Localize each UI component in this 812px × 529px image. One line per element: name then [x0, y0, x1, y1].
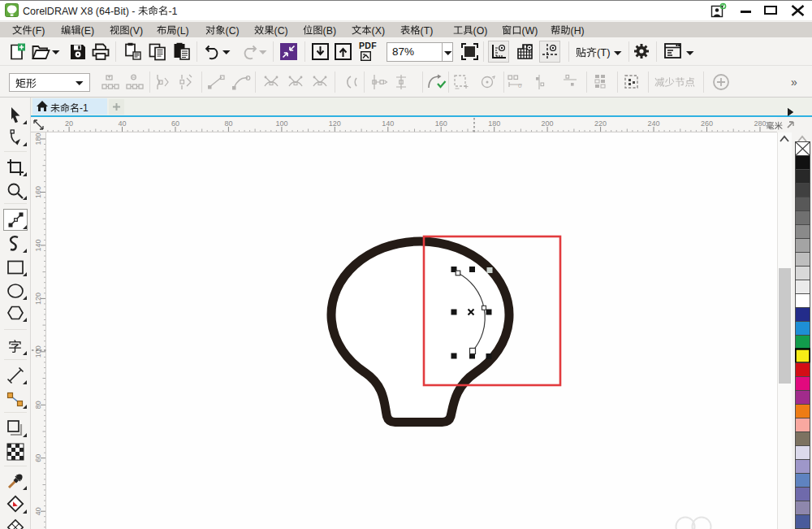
- svg-text:-1: -1: [168, 6, 177, 17]
- svg-text:240: 240: [647, 119, 659, 127]
- svg-text:(H): (H): [571, 24, 585, 36]
- svg-text:(X): (X): [372, 24, 385, 36]
- svg-text:160: 160: [435, 119, 447, 127]
- svg-text:180: 180: [488, 119, 500, 127]
- svg-text:180: 180: [34, 132, 42, 145]
- svg-text:(V): (V): [130, 24, 143, 36]
- svg-text:80: 80: [224, 119, 232, 127]
- svg-text:100: 100: [34, 345, 42, 358]
- svg-text:140: 140: [382, 119, 394, 127]
- svg-text:40: 40: [118, 119, 126, 127]
- svg-text:(E): (E): [81, 24, 94, 36]
- svg-text:100: 100: [275, 119, 287, 127]
- svg-text:(T): (T): [421, 24, 434, 36]
- svg-text:(O): (O): [473, 24, 488, 36]
- svg-text:200: 200: [542, 119, 554, 127]
- svg-text:(W): (W): [522, 24, 538, 36]
- svg-text:CorelDRAW X8 (64-Bit) -: CorelDRAW X8 (64-Bit) -: [23, 6, 135, 17]
- svg-text:40: 40: [34, 507, 42, 515]
- svg-text:(L): (L): [177, 24, 189, 36]
- svg-text:120: 120: [34, 293, 42, 305]
- svg-text:220: 220: [594, 119, 607, 127]
- svg-text:(C): (C): [226, 24, 240, 36]
- svg-text:280: 280: [754, 119, 766, 127]
- svg-text:260: 260: [701, 119, 713, 127]
- svg-text:20: 20: [65, 119, 73, 127]
- svg-text:(B): (B): [323, 24, 336, 36]
- svg-text:160: 160: [34, 186, 42, 198]
- svg-text:-1: -1: [80, 102, 89, 114]
- svg-text:(T): (T): [597, 46, 611, 59]
- svg-text:60: 60: [34, 454, 42, 462]
- svg-text:60: 60: [171, 119, 179, 127]
- svg-text:(C): (C): [274, 24, 288, 36]
- svg-text:80: 80: [34, 401, 42, 409]
- svg-text:0: 0: [518, 82, 522, 89]
- svg-text:120: 120: [329, 119, 341, 127]
- svg-text:(F): (F): [32, 24, 45, 36]
- svg-text:140: 140: [34, 239, 42, 251]
